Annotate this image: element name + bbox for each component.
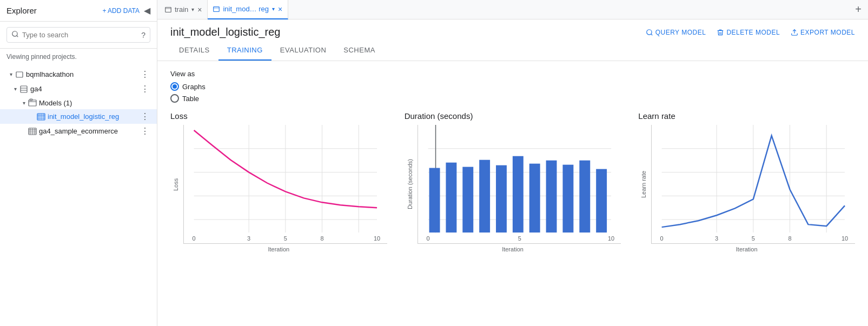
search-box: ? <box>6 27 150 43</box>
export-model-icon <box>791 29 798 36</box>
tree-toggle-ga4[interactable]: ▾ <box>11 85 19 94</box>
more-options-ga4[interactable]: ⋮ <box>140 84 150 94</box>
bar-8 <box>562 165 573 232</box>
svg-line-1 <box>17 36 18 37</box>
sidebar-actions: + ADD DATA ◀ <box>102 5 150 16</box>
tab-train[interactable]: train ▾ × <box>160 0 208 19</box>
view-table-radio[interactable] <box>170 94 179 103</box>
svg-line-27 <box>651 34 652 35</box>
tab-init-mod-close[interactable]: × <box>278 5 282 14</box>
tab-details[interactable]: DETAILS <box>170 41 218 61</box>
svg-text:5: 5 <box>284 235 287 242</box>
svg-text:0: 0 <box>426 235 429 242</box>
view-graphs-option[interactable]: Graphs <box>170 82 855 91</box>
learn-rate-chart-svg: 0 3 5 8 10 <box>651 125 855 244</box>
tab-training[interactable]: TRAINING <box>218 41 271 61</box>
svg-rect-6 <box>29 100 36 106</box>
view-table-option[interactable]: Table <box>170 94 855 103</box>
search-icon <box>11 30 19 39</box>
view-graphs-radio[interactable] <box>170 82 179 91</box>
tab-init-mod-icon <box>213 6 220 12</box>
svg-text:10: 10 <box>374 235 380 242</box>
more-options-ga4-sample[interactable]: ⋮ <box>140 126 150 136</box>
svg-point-26 <box>646 29 651 34</box>
tree-item-models[interactable]: ▾ Models (1) <box>0 96 157 109</box>
svg-text:3: 3 <box>247 235 250 242</box>
view-graphs-label: Graphs <box>182 83 206 91</box>
learn-rate-x-label: Iteration <box>638 246 855 252</box>
help-icon[interactable]: ? <box>141 31 145 39</box>
loss-chart-wrapper: Loss Loss <box>170 111 387 252</box>
bar-7 <box>546 161 556 232</box>
view-table-label: Table <box>182 95 199 103</box>
svg-rect-2 <box>16 72 23 77</box>
view-radio-group: Graphs Table <box>170 82 855 103</box>
tree-label-ga4-sample-ecommerce: ga4_sample_ecommerce <box>39 127 140 135</box>
charts-container: Loss Loss <box>170 111 855 252</box>
tab-bar: train ▾ × init_mod… reg ▾ × + <box>157 0 868 19</box>
svg-rect-3 <box>21 86 27 92</box>
tabs-nav: DETAILS TRAINING EVALUATION SCHEMA <box>157 41 868 61</box>
tab-train-icon <box>165 6 171 13</box>
svg-text:8: 8 <box>789 235 792 242</box>
tree-item-init-model-logistic-reg[interactable]: ▾ init_model_logistic_reg ⋮ <box>0 109 157 124</box>
search-input[interactable] <box>22 31 138 39</box>
sidebar-title: Explorer <box>6 6 37 15</box>
tab-train-chevron: ▾ <box>191 6 194 12</box>
tree-toggle-bqmlhackathon[interactable]: ▾ <box>6 70 15 79</box>
loss-chart-svg: 0 3 5 8 10 <box>183 125 387 244</box>
tree-label-bqmlhackathon: bqmlhackathon <box>26 70 140 78</box>
tree-item-ga4[interactable]: ▾ ga4 ⋮ <box>0 82 157 96</box>
tree-item-ga4-sample-ecommerce[interactable]: ▾ ga4_sample_ecommerce ⋮ <box>0 124 157 138</box>
tree-item-bqmlhackathon[interactable]: ▾ bqmlhackathon ⋮ <box>0 67 157 82</box>
learn-rate-chart-area: 0 3 5 8 10 <box>651 125 855 244</box>
svg-text:0: 0 <box>660 235 664 242</box>
delete-model-icon <box>717 29 724 36</box>
collapse-sidebar-button[interactable]: ◀ <box>144 5 150 16</box>
bar-1 <box>446 163 456 232</box>
content-area: View as Graphs Table Loss Loss <box>157 61 868 326</box>
duration-x-label: Iteration <box>405 246 621 252</box>
svg-text:10: 10 <box>842 235 848 242</box>
tree-toggle-models[interactable]: ▾ <box>19 98 28 107</box>
duration-chart-area: 0 5 10 <box>418 125 621 244</box>
add-data-button[interactable]: + ADD DATA <box>102 7 140 15</box>
view-as-section: View as Graphs Table <box>170 70 855 103</box>
delete-model-button[interactable]: DELETE MODEL <box>717 29 780 36</box>
pinned-label: Viewing pinned projects. <box>0 49 157 65</box>
learn-rate-chart-title: Learn rate <box>638 111 855 121</box>
project-icon <box>15 70 24 79</box>
tab-init-mod-chevron: ▾ <box>272 6 275 12</box>
svg-text:5: 5 <box>752 235 755 242</box>
tab-schema[interactable]: SCHEMA <box>335 41 384 61</box>
more-options-init-model[interactable]: ⋮ <box>140 111 150 122</box>
loss-chart-title: Loss <box>170 111 387 121</box>
svg-text:10: 10 <box>608 235 614 242</box>
export-model-button[interactable]: EXPORT MODEL <box>791 29 855 36</box>
more-options-bqmlhackathon[interactable]: ⋮ <box>140 69 150 79</box>
query-model-button[interactable]: QUERY MODEL <box>646 29 706 36</box>
svg-text:0: 0 <box>193 235 196 242</box>
learn-rate-y-label: Learn rate <box>638 125 649 244</box>
header-actions: QUERY MODEL DELETE MODEL EXPORT MODEL <box>646 29 855 36</box>
sidebar-header: Explorer + ADD DATA ◀ <box>0 0 157 22</box>
main-content: train ▾ × init_mod… reg ▾ × + init_model… <box>157 0 868 326</box>
tab-evaluation[interactable]: EVALUATION <box>271 41 335 61</box>
tab-train-label: train <box>175 5 188 14</box>
duration-chart-svg: 0 5 10 <box>418 125 621 244</box>
duration-chart-wrapper: Duration (seconds) Duration (seconds) <box>405 111 621 252</box>
bar-3 <box>479 160 490 232</box>
loss-x-label: Iteration <box>170 246 387 252</box>
tab-init-mod-reg[interactable]: init_mod… reg ▾ × <box>208 0 288 19</box>
tree-label-ga4: ga4 <box>30 85 140 93</box>
loss-y-label: Loss <box>170 125 181 244</box>
search-container: ? <box>0 22 157 49</box>
new-tab-button[interactable]: + <box>851 3 866 16</box>
duration-chart-title: Duration (seconds) <box>405 111 621 121</box>
tab-train-close[interactable]: × <box>197 5 202 14</box>
svg-point-0 <box>12 31 17 36</box>
svg-rect-24 <box>214 6 220 11</box>
tree-label-init-model-logistic-reg: init_model_logistic_reg <box>48 112 140 121</box>
bar-10 <box>596 169 607 232</box>
svg-text:5: 5 <box>518 235 521 242</box>
